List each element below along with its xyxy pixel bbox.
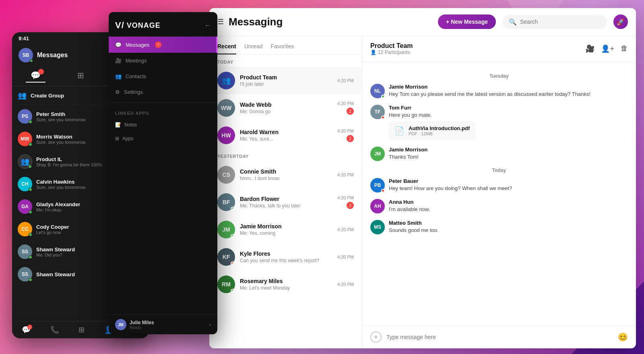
conv-time: 4:20 PM	[337, 195, 354, 200]
julie-info: Julie Miles Ready	[130, 320, 154, 330]
conv-info: Connie Smith hmm.. I dont know.	[240, 168, 332, 181]
conv-preview: Me: Yes, coming	[240, 230, 332, 236]
conv-info: Product Team I'll join later	[240, 74, 332, 87]
avatar: CH	[18, 177, 32, 191]
avatar: CC	[18, 222, 32, 236]
hamburger-icon[interactable]: ☰	[217, 17, 224, 26]
create-group-label: Create Group	[31, 93, 64, 99]
message-content: Jamie Morrison Hey Tom can yu please sen…	[389, 84, 590, 98]
list-item[interactable]: 👥 Product Team I'll join later 4:20 PM	[209, 67, 362, 94]
add-attachment-button[interactable]: +	[370, 331, 382, 343]
mobile-tab-messages[interactable]: 💬	[26, 69, 45, 83]
vonage-nav-meetings[interactable]: 🎥 Meetings	[109, 53, 217, 68]
nav-messages-icon[interactable]: 💬 1	[22, 325, 31, 334]
conv-meta: 4:20 PM	[337, 172, 354, 177]
conv-name: Wade Webb	[240, 101, 332, 108]
tab-favorites[interactable]: Favorites	[271, 41, 294, 54]
chevron-right-icon: ›	[209, 322, 211, 327]
message-input[interactable]	[386, 334, 613, 340]
desktop-header-left: ☰ Messaging	[217, 16, 283, 28]
avatar: MS	[370, 220, 385, 234]
vonage-logo: V/ VONAGE	[115, 20, 161, 31]
nav-grid-icon[interactable]: ⊞	[78, 325, 85, 334]
chat-header-info: Product Team 👤 12 Participants	[370, 42, 413, 55]
list-item[interactable]: KF Kyle Flores Can you send me this week…	[209, 243, 362, 271]
conv-preview: Me: Let's meet Monday	[240, 285, 332, 291]
tab-unread[interactable]: Unread	[244, 41, 263, 54]
message-sender: Anna Hun	[389, 199, 430, 205]
message-text: Here you go mate.	[389, 112, 475, 119]
emoji-picker-icon[interactable]: 😊	[618, 332, 628, 342]
unread-badge: 2	[347, 202, 354, 209]
chat-group-name: Product Team	[370, 42, 413, 50]
online-dot	[29, 143, 32, 146]
vonage-apps-item[interactable]: ⊞ Apps	[109, 132, 217, 145]
list-item[interactable]: BF Bardon Flower Me: Thanks, talk to you…	[209, 188, 362, 216]
chat-input-area: + 😊	[362, 325, 636, 348]
conv-name: Connie Smith	[240, 168, 332, 175]
vonage-nav-messages[interactable]: 💬 Messages 7	[109, 37, 217, 53]
add-participant-icon[interactable]: 👤+	[601, 44, 614, 53]
conv-info: Kyle Flores Can you send me this week's …	[240, 250, 332, 263]
conv-info: Rosemary Miles Me: Let's meet Monday	[240, 278, 332, 291]
conv-preview: hmm.. I dont know.	[240, 176, 332, 181]
list-item[interactable]: JM Jamie Morrison Me: Yes, coming 4:20 P…	[209, 216, 362, 243]
conv-meta: 4:20 PM	[337, 227, 354, 232]
vonage-panel: V/ VONAGE ← 💬 Messages 7 🎥 Meetings 👥 Co…	[109, 12, 217, 334]
julie-status: Ready	[130, 325, 154, 330]
chat-header-left: Product Team 👤 12 Participants	[370, 42, 413, 55]
new-message-button[interactable]: + New Message	[438, 14, 496, 29]
tab-recent[interactable]: Recent	[217, 41, 236, 54]
today-label: TODAY	[209, 55, 362, 67]
avatar: 👥	[18, 154, 32, 169]
julie-name: Julie Miles	[130, 320, 154, 325]
rocket-icon[interactable]: 🚀	[613, 14, 628, 29]
chat-header: Product Team 👤 12 Participants 🎥 👤+ 🗑	[362, 36, 636, 62]
search-input[interactable]	[520, 19, 601, 25]
page-title: Messaging	[229, 16, 283, 28]
list-item[interactable]: WW Wade Webb Me: Gonna go 4:20 PM 2	[209, 94, 362, 122]
conv-time: 4:20 PM	[337, 172, 354, 177]
conv-preview: Me: Gonna go	[240, 109, 332, 114]
conv-name: Rosemary Miles	[240, 278, 332, 284]
conv-name: Kyle Flores	[240, 250, 332, 257]
avatar: GA	[18, 199, 32, 214]
avatar: MW	[18, 132, 32, 146]
conv-info: Bardon Flower Me: Thanks, talk to you la…	[240, 196, 332, 209]
avatar: PB	[370, 178, 385, 193]
conv-meta: 4:20 PM 2	[337, 128, 354, 142]
vonage-nav-settings[interactable]: ⚙ Settings	[109, 84, 217, 100]
julie-miles-item[interactable]: JM Julie Miles Ready ›	[109, 315, 217, 334]
online-dot	[29, 120, 32, 124]
conv-name: Product Team	[240, 74, 332, 81]
group-icon: 👥	[18, 91, 27, 100]
search-bar: 🔍	[502, 15, 607, 29]
video-call-icon[interactable]: 🎥	[586, 44, 594, 53]
message-content: Anna Hun I'm available now.	[389, 199, 430, 213]
vonage-nav-contacts[interactable]: 👥 Contacts	[109, 68, 217, 84]
conv-tabs: Recent Unread Favorites	[209, 36, 362, 55]
nav-phone-icon[interactable]: 📞	[50, 325, 59, 334]
avatar: RM	[217, 275, 235, 293]
conv-info: Harold Warren Me: Yes, sure...	[240, 129, 332, 142]
linked-apps-label: LINKED APPS	[109, 105, 217, 118]
message-text: Hey Tom can yu please send me the latest…	[389, 91, 590, 98]
avatar: WW	[217, 99, 235, 117]
conversation-list: Recent Unread Favorites TODAY 👥 Product …	[209, 36, 362, 348]
list-item[interactable]: HW Harold Warren Me: Yes, sure... 4:20 P…	[209, 122, 362, 149]
conv-preview: I'll join later	[240, 81, 332, 87]
file-info: AuthVia Introduction.pdf PDF · 12MB	[409, 125, 470, 136]
conv-name: Jamie Morrison	[240, 223, 332, 230]
delete-icon[interactable]: 🗑	[621, 44, 628, 53]
date-divider-today: Today	[370, 168, 628, 173]
list-item[interactable]: RM Rosemary Miles Me: Let's meet Monday …	[209, 271, 362, 298]
avatar: TF	[370, 105, 385, 119]
message-sender: Jamie Morrison	[389, 147, 427, 153]
mobile-user-avatar[interactable]: SB	[19, 48, 33, 62]
mobile-tab-layers[interactable]: ⊞	[72, 69, 89, 83]
list-item[interactable]: CS Connie Smith hmm.. I dont know. 4:20 …	[209, 161, 362, 188]
search-icon: 🔍	[509, 18, 517, 26]
avatar: CS	[217, 166, 235, 184]
back-icon[interactable]: ←	[204, 22, 211, 29]
vonage-notes-item[interactable]: 📝 Notes	[109, 118, 217, 132]
